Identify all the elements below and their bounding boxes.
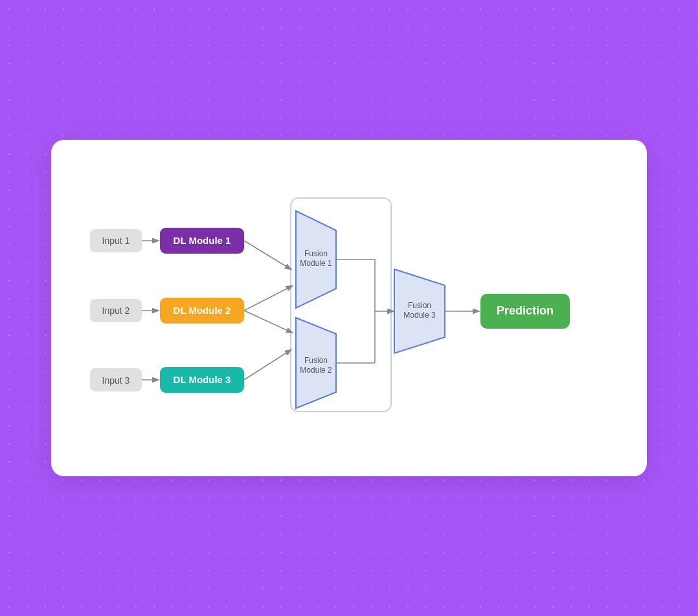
main-card: Input 1 Input 2 Input 3 DL Module 1 DL M…: [51, 140, 647, 476]
svg-text:DL Module 3: DL Module 3: [174, 374, 231, 385]
svg-line-19: [244, 350, 291, 380]
svg-text:DL Module 2: DL Module 2: [174, 305, 231, 316]
svg-text:Module 3: Module 3: [403, 311, 436, 320]
svg-line-16: [244, 241, 291, 269]
svg-text:Fusion: Fusion: [304, 356, 328, 365]
svg-text:Module 1: Module 1: [300, 259, 332, 268]
svg-line-18: [244, 311, 292, 333]
svg-text:Input 1: Input 1: [102, 236, 130, 246]
diagram-svg: Input 1 Input 2 Input 3 DL Module 1 DL M…: [90, 179, 608, 437]
svg-text:Fusion: Fusion: [408, 301, 431, 310]
svg-text:Fusion: Fusion: [304, 249, 328, 258]
svg-text:Prediction: Prediction: [497, 304, 554, 317]
svg-text:Module 2: Module 2: [300, 366, 332, 375]
diagram-wrapper: Input 1 Input 2 Input 3 DL Module 1 DL M…: [90, 179, 608, 437]
svg-text:DL Module 1: DL Module 1: [174, 235, 231, 246]
svg-text:Input 2: Input 2: [102, 305, 130, 316]
svg-line-17: [244, 286, 292, 311]
svg-text:Input 3: Input 3: [102, 375, 130, 386]
